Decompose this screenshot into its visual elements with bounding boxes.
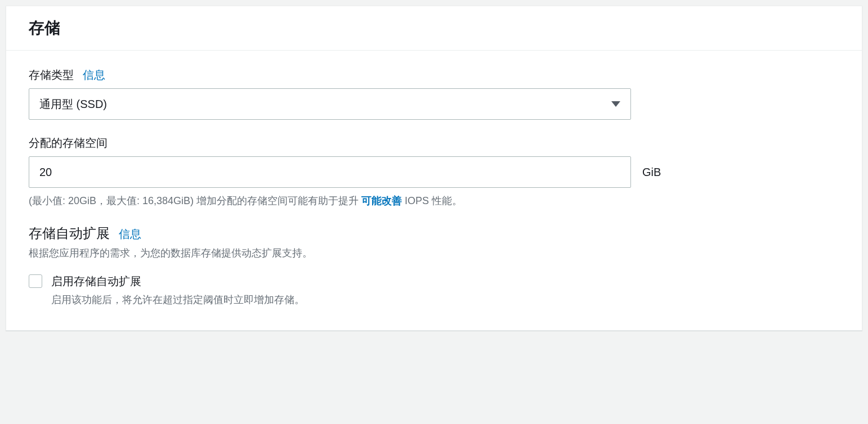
storage-type-info-link[interactable]: 信息 bbox=[83, 69, 105, 81]
autoscaling-title-row: 存储自动扩展 信息 bbox=[29, 224, 839, 242]
allocated-storage-label-row: 分配的存储空间 bbox=[29, 136, 839, 156]
enable-autoscaling-label: 启用存储自动扩展 bbox=[51, 273, 839, 289]
checkbox-content: 启用存储自动扩展 启用该功能后，将允许在超过指定阈值时立即增加存储。 bbox=[51, 273, 839, 308]
panel-header: 存储 bbox=[6, 6, 862, 51]
autoscaling-description: 根据您应用程序的需求，为您的数据库存储提供动态扩展支持。 bbox=[29, 246, 839, 261]
enable-autoscaling-description: 启用该功能后，将允许在超过指定阈值时立即增加存储。 bbox=[51, 292, 839, 308]
autoscaling-group: 存储自动扩展 信息 根据您应用程序的需求，为您的数据库存储提供动态扩展支持。 启… bbox=[29, 224, 839, 308]
autoscaling-checkbox-row: 启用存储自动扩展 启用该功能后，将允许在超过指定阈值时立即增加存储。 bbox=[29, 273, 839, 308]
hint-prefix: (最小值: 20GiB，最大值: 16,384GiB) 增加分配的存储空间可能有… bbox=[29, 195, 361, 206]
allocated-storage-input-row: GiB bbox=[29, 156, 839, 188]
storage-panel: 存储 存储类型 信息 通用型 (SSD) 分配的存储空间 GiB bbox=[6, 6, 862, 331]
autoscaling-title: 存储自动扩展 bbox=[29, 224, 110, 242]
storage-type-select-wrapper: 通用型 (SSD) bbox=[29, 88, 631, 120]
allocated-storage-group: 分配的存储空间 GiB (最小值: 20GiB，最大值: 16,384GiB) … bbox=[29, 136, 839, 209]
storage-type-label-row: 存储类型 信息 bbox=[29, 67, 839, 88]
allocated-storage-hint: (最小值: 20GiB，最大值: 16,384GiB) 增加分配的存储空间可能有… bbox=[29, 193, 839, 209]
storage-type-select[interactable]: 通用型 (SSD) bbox=[29, 88, 631, 120]
hint-suffix: IOPS 性能。 bbox=[402, 195, 462, 206]
autoscaling-info-link[interactable]: 信息 bbox=[119, 228, 141, 240]
allocated-storage-unit: GiB bbox=[642, 166, 661, 179]
allocated-storage-input[interactable] bbox=[29, 156, 631, 188]
storage-type-label: 存储类型 bbox=[29, 67, 74, 83]
panel-body: 存储类型 信息 通用型 (SSD) 分配的存储空间 GiB (最小值: 20Gi… bbox=[6, 51, 862, 330]
caret-down-icon bbox=[611, 101, 620, 107]
hint-link[interactable]: 可能改善 bbox=[361, 195, 402, 206]
allocated-storage-label: 分配的存储空间 bbox=[29, 136, 108, 151]
panel-title: 存储 bbox=[29, 17, 839, 39]
storage-type-group: 存储类型 信息 通用型 (SSD) bbox=[29, 67, 839, 120]
storage-type-selected-value: 通用型 (SSD) bbox=[39, 97, 107, 112]
enable-autoscaling-checkbox[interactable] bbox=[29, 274, 42, 288]
